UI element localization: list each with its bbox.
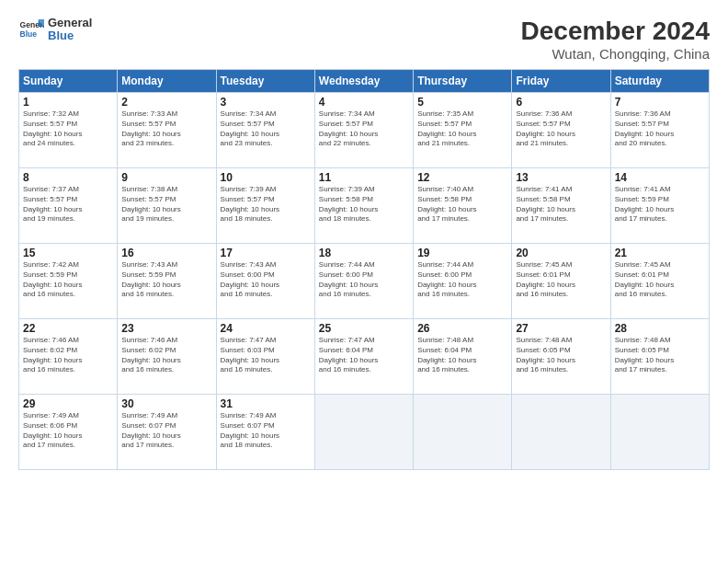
day-number: 2: [121, 96, 211, 109]
logo-general: General: [48, 17, 92, 29]
calendar-cell: 11Sunrise: 7:39 AM Sunset: 5:58 PM Dayli…: [314, 168, 413, 244]
week-row-5: 29Sunrise: 7:49 AM Sunset: 6:06 PM Dayli…: [19, 395, 710, 470]
day-info: Sunrise: 7:40 AM Sunset: 5:58 PM Dayligh…: [417, 185, 507, 224]
calendar-cell: 15Sunrise: 7:42 AM Sunset: 5:59 PM Dayli…: [19, 244, 118, 319]
day-number: 21: [615, 247, 705, 259]
day-number: 30: [121, 397, 211, 410]
day-number: 18: [319, 247, 409, 259]
week-row-2: 8Sunrise: 7:37 AM Sunset: 5:57 PM Daylig…: [19, 168, 710, 244]
calendar-cell: 13Sunrise: 7:41 AM Sunset: 5:58 PM Dayli…: [512, 168, 610, 244]
day-info: Sunrise: 7:42 AM Sunset: 5:59 PM Dayligh…: [23, 260, 113, 300]
calendar-cell: 23Sunrise: 7:46 AM Sunset: 6:02 PM Dayli…: [118, 319, 216, 395]
day-number: 8: [23, 171, 113, 184]
calendar-cell: 26Sunrise: 7:48 AM Sunset: 6:04 PM Dayli…: [414, 319, 512, 395]
day-number: 29: [23, 397, 113, 410]
day-number: 25: [319, 322, 409, 335]
logo: General Blue General Blue: [18, 17, 92, 43]
logo-icon: General Blue: [18, 17, 44, 42]
calendar-cell: 20Sunrise: 7:45 AM Sunset: 6:01 PM Dayli…: [512, 244, 610, 319]
calendar-cell: [512, 395, 610, 470]
calendar-cell: 9Sunrise: 7:38 AM Sunset: 5:57 PM Daylig…: [118, 168, 216, 244]
calendar-cell: 25Sunrise: 7:47 AM Sunset: 6:04 PM Dayli…: [314, 319, 413, 395]
calendar-cell: 17Sunrise: 7:43 AM Sunset: 6:00 PM Dayli…: [216, 244, 314, 319]
day-info: Sunrise: 7:49 AM Sunset: 6:07 PM Dayligh…: [221, 411, 311, 451]
calendar-cell: 27Sunrise: 7:48 AM Sunset: 6:05 PM Dayli…: [512, 319, 610, 395]
day-info: Sunrise: 7:38 AM Sunset: 5:57 PM Dayligh…: [121, 185, 211, 224]
calendar-cell: 8Sunrise: 7:37 AM Sunset: 5:57 PM Daylig…: [19, 168, 118, 244]
day-number: 13: [516, 171, 606, 184]
calendar-cell: 31Sunrise: 7:49 AM Sunset: 6:07 PM Dayli…: [216, 395, 314, 470]
day-info: Sunrise: 7:32 AM Sunset: 5:57 PM Dayligh…: [23, 109, 113, 149]
day-number: 15: [23, 247, 113, 259]
day-info: Sunrise: 7:46 AM Sunset: 6:02 PM Dayligh…: [23, 336, 113, 375]
day-info: Sunrise: 7:44 AM Sunset: 6:00 PM Dayligh…: [319, 260, 409, 300]
day-info: Sunrise: 7:45 AM Sunset: 6:01 PM Dayligh…: [615, 260, 705, 300]
calendar-cell: 14Sunrise: 7:41 AM Sunset: 5:59 PM Dayli…: [610, 168, 709, 244]
day-info: Sunrise: 7:41 AM Sunset: 5:58 PM Dayligh…: [516, 185, 606, 224]
calendar-cell: 16Sunrise: 7:43 AM Sunset: 5:59 PM Dayli…: [118, 244, 216, 319]
calendar-cell: 1Sunrise: 7:32 AM Sunset: 5:57 PM Daylig…: [19, 93, 118, 168]
day-number: 11: [319, 171, 409, 184]
day-info: Sunrise: 7:49 AM Sunset: 6:07 PM Dayligh…: [121, 411, 211, 451]
day-number: 16: [121, 247, 211, 259]
calendar-cell: 30Sunrise: 7:49 AM Sunset: 6:07 PM Dayli…: [118, 395, 216, 470]
day-number: 12: [417, 171, 507, 184]
header-saturday: Saturday: [610, 70, 709, 93]
day-info: Sunrise: 7:36 AM Sunset: 5:57 PM Dayligh…: [516, 109, 606, 149]
day-number: 22: [23, 322, 113, 335]
calendar-cell: 28Sunrise: 7:48 AM Sunset: 6:05 PM Dayli…: [610, 319, 709, 395]
day-info: Sunrise: 7:39 AM Sunset: 5:58 PM Dayligh…: [319, 185, 409, 224]
header-thursday: Thursday: [414, 70, 512, 93]
day-info: Sunrise: 7:39 AM Sunset: 5:57 PM Dayligh…: [221, 185, 311, 224]
day-info: Sunrise: 7:48 AM Sunset: 6:04 PM Dayligh…: [417, 336, 507, 375]
calendar-cell: 22Sunrise: 7:46 AM Sunset: 6:02 PM Dayli…: [19, 319, 118, 395]
calendar-subtitle: Wutan, Chongqing, China: [521, 46, 710, 62]
calendar-cell: 18Sunrise: 7:44 AM Sunset: 6:00 PM Dayli…: [314, 244, 413, 319]
calendar-cell: 3Sunrise: 7:34 AM Sunset: 5:57 PM Daylig…: [216, 93, 314, 168]
day-info: Sunrise: 7:47 AM Sunset: 6:03 PM Dayligh…: [221, 336, 311, 375]
day-info: Sunrise: 7:48 AM Sunset: 6:05 PM Dayligh…: [516, 336, 606, 375]
day-number: 19: [417, 247, 507, 259]
week-row-1: 1Sunrise: 7:32 AM Sunset: 5:57 PM Daylig…: [19, 93, 710, 168]
calendar-table: Sunday Monday Tuesday Wednesday Thursday…: [18, 69, 710, 470]
week-row-3: 15Sunrise: 7:42 AM Sunset: 5:59 PM Dayli…: [19, 244, 710, 319]
day-number: 31: [221, 397, 311, 410]
calendar-cell: 10Sunrise: 7:39 AM Sunset: 5:57 PM Dayli…: [216, 168, 314, 244]
day-number: 5: [417, 96, 507, 109]
day-number: 14: [615, 171, 705, 184]
day-info: Sunrise: 7:34 AM Sunset: 5:57 PM Dayligh…: [319, 109, 409, 149]
day-number: 17: [221, 247, 311, 259]
day-info: Sunrise: 7:48 AM Sunset: 6:05 PM Dayligh…: [615, 336, 705, 375]
calendar-cell: 24Sunrise: 7:47 AM Sunset: 6:03 PM Dayli…: [216, 319, 314, 395]
header-sunday: Sunday: [19, 70, 118, 93]
calendar-cell: 29Sunrise: 7:49 AM Sunset: 6:06 PM Dayli…: [19, 395, 118, 470]
title-area: December 2024 Wutan, Chongqing, China: [521, 17, 710, 62]
logo-blue: Blue: [48, 29, 92, 42]
day-number: 3: [221, 96, 311, 109]
day-info: Sunrise: 7:43 AM Sunset: 6:00 PM Dayligh…: [221, 260, 311, 300]
calendar-cell: [314, 395, 413, 470]
day-info: Sunrise: 7:44 AM Sunset: 6:00 PM Dayligh…: [417, 260, 507, 300]
week-row-4: 22Sunrise: 7:46 AM Sunset: 6:02 PM Dayli…: [19, 319, 710, 395]
day-number: 6: [516, 96, 606, 109]
calendar-cell: 2Sunrise: 7:33 AM Sunset: 5:57 PM Daylig…: [118, 93, 216, 168]
day-number: 10: [221, 171, 311, 184]
calendar-title: December 2024: [521, 17, 710, 46]
calendar-cell: 12Sunrise: 7:40 AM Sunset: 5:58 PM Dayli…: [414, 168, 512, 244]
header-tuesday: Tuesday: [216, 70, 314, 93]
calendar-cell: [414, 395, 512, 470]
day-info: Sunrise: 7:34 AM Sunset: 5:57 PM Dayligh…: [221, 109, 311, 149]
day-number: 1: [23, 96, 113, 109]
day-number: 23: [121, 322, 211, 335]
day-info: Sunrise: 7:41 AM Sunset: 5:59 PM Dayligh…: [615, 185, 705, 224]
svg-text:Blue: Blue: [20, 29, 38, 39]
day-number: 24: [221, 322, 311, 335]
day-info: Sunrise: 7:43 AM Sunset: 5:59 PM Dayligh…: [121, 260, 211, 300]
header-friday: Friday: [512, 70, 610, 93]
day-info: Sunrise: 7:47 AM Sunset: 6:04 PM Dayligh…: [319, 336, 409, 375]
calendar-cell: 21Sunrise: 7:45 AM Sunset: 6:01 PM Dayli…: [610, 244, 709, 319]
day-info: Sunrise: 7:37 AM Sunset: 5:57 PM Dayligh…: [23, 185, 113, 224]
calendar-cell: 19Sunrise: 7:44 AM Sunset: 6:00 PM Dayli…: [414, 244, 512, 319]
calendar-cell: 6Sunrise: 7:36 AM Sunset: 5:57 PM Daylig…: [512, 93, 610, 168]
day-number: 20: [516, 247, 606, 259]
